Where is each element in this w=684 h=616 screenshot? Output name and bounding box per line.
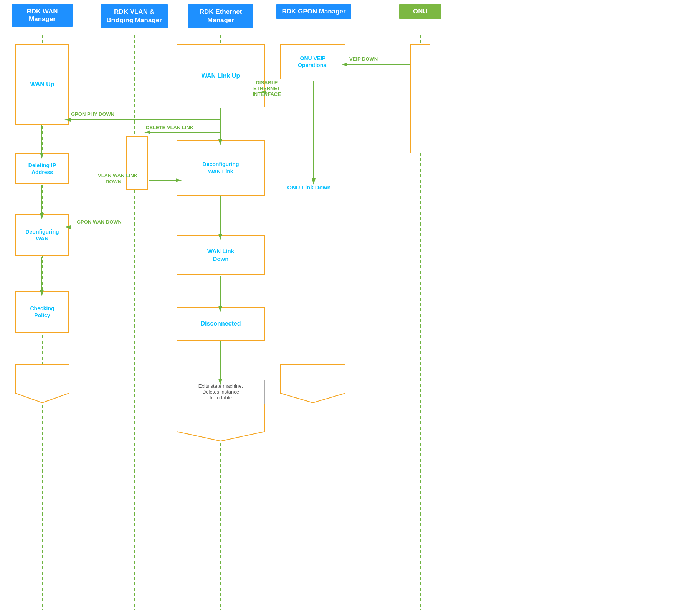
label-gpon-wan: GPON WAN DOWN bbox=[77, 219, 122, 225]
label-onu-link-down: ONU Link Down bbox=[276, 184, 342, 191]
pentagon-gpon bbox=[280, 364, 345, 403]
arrowhead-del-vlan bbox=[144, 130, 150, 134]
svg-marker-2 bbox=[280, 364, 345, 403]
state-wan-up: WAN Up bbox=[15, 44, 69, 125]
state-deconfig-wan-link: DeconfiguringWAN Link bbox=[177, 140, 265, 196]
label-del-vlan: DELETE VLAN LINK bbox=[146, 125, 194, 130]
svg-marker-0 bbox=[15, 364, 69, 403]
state-wan-link-down: WAN LinkDown bbox=[177, 235, 265, 275]
header-onu: ONU bbox=[399, 4, 441, 19]
header-gpon-manager: RDK GPON Manager bbox=[276, 4, 351, 19]
header-vlan-manager: RDK VLAN &Bridging Manager bbox=[101, 4, 168, 28]
pentagon-eth bbox=[177, 403, 265, 441]
svg-marker-1 bbox=[177, 403, 265, 441]
diagram-container: RDK WAN Manager RDK VLAN &Bridging Manag… bbox=[0, 0, 684, 616]
state-checking-policy: CheckingPolicy bbox=[15, 291, 69, 333]
label-gpon-phy: GPON PHY DOWN bbox=[71, 111, 114, 117]
header-eth-manager: RDK EthernetManager bbox=[188, 4, 253, 28]
note-exits-state: Exits state machine.Deletes instancefrom… bbox=[177, 380, 265, 404]
label-vlan-wan2: DOWN bbox=[106, 179, 121, 184]
state-onu-bar bbox=[410, 44, 430, 153]
state-onu-veip: ONU VEIPOperational bbox=[280, 44, 345, 79]
state-deconfig-wan: DeonfiguringWAN bbox=[15, 214, 69, 256]
arrows-svg: VEIP DOWN DISABLE ETHERNET INTERFACE GPO… bbox=[0, 0, 684, 616]
label-veip-down: VEIP DOWN bbox=[349, 56, 378, 62]
vlan-activation-box bbox=[127, 136, 148, 190]
header-wan-manager: RDK WAN Manager bbox=[12, 4, 73, 27]
state-wan-link-up: WAN Link Up bbox=[177, 44, 265, 107]
state-disconnected: Disconnected bbox=[177, 307, 265, 341]
pentagon-wan bbox=[15, 364, 69, 403]
label-vlan-wan1: VLAN WAN LINK bbox=[98, 173, 138, 178]
lifeline-vlan bbox=[134, 35, 135, 610]
lifeline-gpon bbox=[314, 35, 314, 610]
state-deleting-ip: Deleting IPAddress bbox=[15, 153, 69, 184]
